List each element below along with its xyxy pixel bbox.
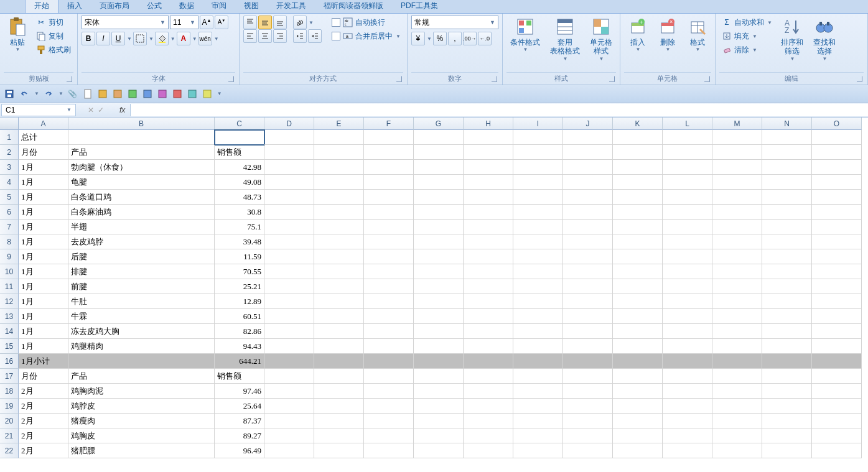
cell-E17[interactable] — [314, 369, 364, 384]
chevron-down-icon[interactable]: ▼ — [752, 47, 757, 53]
cell-N19[interactable] — [762, 399, 812, 414]
cell-H5[interactable] — [464, 190, 513, 205]
cell-M15[interactable] — [712, 339, 762, 354]
cell-O2[interactable] — [812, 145, 862, 160]
cell-C7[interactable]: 75.1 — [215, 220, 264, 234]
redo-dropdown-icon[interactable]: ▼ — [58, 91, 63, 96]
increase-font-button[interactable]: A▲ — [200, 16, 213, 29]
cell-C13[interactable]: 60.51 — [215, 309, 264, 324]
row-header-2[interactable]: 2 — [0, 145, 19, 160]
cell-D5[interactable] — [264, 190, 314, 205]
cell-M12[interactable] — [712, 294, 762, 309]
cell-L11[interactable] — [663, 279, 712, 294]
col-header-L[interactable]: L — [663, 118, 712, 130]
cell-F14[interactable] — [364, 324, 414, 339]
cell-O6[interactable] — [812, 205, 862, 220]
font-color-dropdown-icon[interactable]: ▼ — [192, 36, 197, 42]
qat-btn-5[interactable] — [97, 88, 108, 99]
cell-D17[interactable] — [264, 369, 314, 384]
cell-H7[interactable] — [464, 220, 513, 234]
cell-L16[interactable] — [663, 354, 712, 369]
cell-C18[interactable]: 97.46 — [215, 384, 264, 399]
tab-view[interactable]: 视图 — [235, 0, 268, 13]
cell-H17[interactable] — [464, 369, 513, 384]
cell-K1[interactable] — [613, 130, 663, 145]
cell-L1[interactable] — [663, 130, 712, 145]
cell-E11[interactable] — [314, 279, 364, 294]
cell-E14[interactable] — [314, 324, 364, 339]
cell-D21[interactable] — [264, 428, 314, 443]
cell-A19[interactable]: 2月 — [19, 399, 68, 414]
cell-G10[interactable] — [414, 264, 464, 279]
cell-A13[interactable]: 1月 — [19, 309, 68, 324]
cell-E2[interactable] — [314, 145, 364, 160]
cell-N13[interactable] — [762, 309, 812, 324]
cell-L9[interactable] — [663, 249, 712, 264]
cell-H22[interactable] — [464, 443, 513, 458]
cell-J4[interactable] — [563, 175, 613, 190]
qat-btn-12[interactable] — [202, 88, 213, 99]
cell-G12[interactable] — [414, 294, 464, 309]
format-cells-button[interactable]: 格式▼ — [684, 16, 711, 53]
cell-F5[interactable] — [364, 190, 414, 205]
cell-H21[interactable] — [464, 428, 513, 443]
cell-F2[interactable] — [364, 145, 414, 160]
cell-O4[interactable] — [812, 175, 862, 190]
cell-J16[interactable] — [563, 354, 613, 369]
insert-cells-button[interactable]: +插入▼ — [624, 16, 651, 53]
cell-M8[interactable] — [712, 234, 762, 249]
cell-O1[interactable] — [812, 130, 862, 145]
cell-O19[interactable] — [812, 399, 862, 414]
cell-M6[interactable] — [712, 205, 762, 220]
number-format-combo[interactable]: 常规▼ — [411, 16, 498, 29]
cell-B4[interactable]: 龟腱 — [68, 175, 215, 190]
cell-H20[interactable] — [464, 414, 513, 428]
comma-button[interactable]: , — [448, 32, 462, 45]
cell-K20[interactable] — [613, 414, 663, 428]
row-header-12[interactable]: 12 — [0, 294, 19, 309]
cell-M9[interactable] — [712, 249, 762, 264]
cell-L12[interactable] — [663, 294, 712, 309]
wrap-text-button[interactable]: abc自动换行 — [329, 16, 403, 29]
cell-O21[interactable] — [812, 428, 862, 443]
cell-L15[interactable] — [663, 339, 712, 354]
percent-button[interactable]: % — [433, 32, 447, 45]
cell-I12[interactable] — [513, 294, 563, 309]
cell-M20[interactable] — [712, 414, 762, 428]
cell-N11[interactable] — [762, 279, 812, 294]
cell-C8[interactable]: 39.48 — [215, 234, 264, 249]
cell-H11[interactable] — [464, 279, 513, 294]
col-header-G[interactable]: G — [414, 118, 464, 130]
cell-H4[interactable] — [464, 175, 513, 190]
cell-D19[interactable] — [264, 399, 314, 414]
namebox-dropdown-icon[interactable]: ▼ — [67, 107, 72, 113]
cell-G19[interactable] — [414, 399, 464, 414]
cell-F16[interactable] — [364, 354, 414, 369]
cell-E21[interactable] — [314, 428, 364, 443]
cell-K13[interactable] — [613, 309, 663, 324]
cell-D20[interactable] — [264, 414, 314, 428]
cell-O22[interactable] — [812, 443, 862, 458]
orientation-dropdown-icon[interactable]: ▼ — [309, 20, 314, 25]
cell-N12[interactable] — [762, 294, 812, 309]
cell-F21[interactable] — [364, 428, 414, 443]
cell-styles-button[interactable]: 单元格 样式▼ — [586, 16, 616, 63]
cell-O5[interactable] — [812, 190, 862, 205]
qat-btn-8[interactable] — [142, 88, 153, 99]
cell-L18[interactable] — [663, 384, 712, 399]
cell-C20[interactable]: 87.37 — [215, 414, 264, 428]
qat-btn-7[interactable] — [127, 88, 138, 99]
cell-O12[interactable] — [812, 294, 862, 309]
cell-F19[interactable] — [364, 399, 414, 414]
cell-M16[interactable] — [712, 354, 762, 369]
merge-center-button[interactable]: a合并后居中▼ — [329, 29, 403, 43]
cell-D2[interactable] — [264, 145, 314, 160]
cell-D15[interactable] — [264, 339, 314, 354]
cell-M2[interactable] — [712, 145, 762, 160]
cell-L19[interactable] — [663, 399, 712, 414]
tab-review[interactable]: 审阅 — [203, 0, 235, 13]
cell-B18[interactable]: 鸡胸肉泥 — [68, 384, 215, 399]
cell-F11[interactable] — [364, 279, 414, 294]
cell-E6[interactable] — [314, 205, 364, 220]
cell-J2[interactable] — [563, 145, 613, 160]
